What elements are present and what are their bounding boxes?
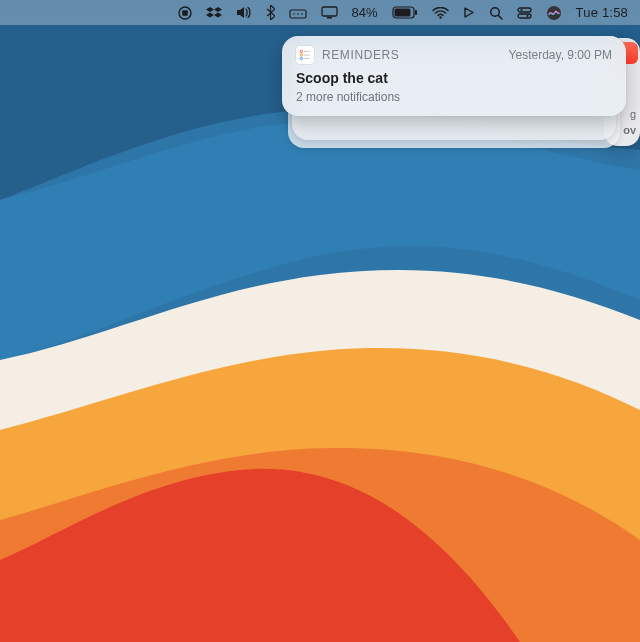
bluetooth-icon[interactable]	[266, 0, 275, 25]
svg-rect-17	[518, 14, 531, 18]
svg-point-22	[300, 54, 302, 56]
battery-icon[interactable]	[392, 0, 418, 25]
notification-header: REMINDERS Yesterday, 9:00 PM	[296, 46, 612, 64]
svg-rect-23	[304, 55, 310, 56]
desktop: g ov 84%	[0, 0, 640, 642]
svg-rect-15	[518, 8, 531, 12]
svg-rect-25	[304, 58, 310, 59]
menu-bar-clock[interactable]: Tue 1:58	[576, 0, 628, 25]
keyboard-brightness-icon[interactable]	[289, 0, 307, 25]
svg-rect-7	[322, 7, 337, 16]
screen-record-icon[interactable]	[178, 0, 192, 25]
notification-timestamp: Yesterday, 9:00 PM	[509, 48, 612, 62]
siri-icon[interactable]	[546, 0, 562, 25]
svg-point-4	[293, 13, 295, 15]
widget-peek-text-1: g	[630, 108, 636, 120]
svg-rect-8	[327, 17, 332, 19]
svg-rect-11	[415, 10, 417, 15]
control-center-icon[interactable]	[517, 0, 532, 25]
volume-icon[interactable]	[236, 0, 252, 25]
widget-peek-text-2: ov	[623, 124, 636, 136]
notification-stack[interactable]: REMINDERS Yesterday, 9:00 PM Scoop the c…	[282, 36, 626, 116]
notification-app-name: REMINDERS	[322, 48, 399, 62]
svg-rect-21	[304, 51, 310, 52]
svg-point-6	[301, 13, 303, 15]
now-playing-icon[interactable]	[463, 0, 475, 25]
svg-line-14	[498, 15, 502, 19]
wifi-icon[interactable]	[432, 0, 449, 25]
svg-rect-10	[394, 9, 410, 17]
svg-point-5	[297, 13, 299, 15]
svg-point-18	[526, 14, 528, 16]
battery-percent-label: 84%	[352, 0, 378, 25]
display-icon[interactable]	[321, 0, 338, 25]
svg-point-12	[439, 16, 441, 18]
notification-subtitle: 2 more notifications	[296, 90, 612, 104]
menu-bar: 84% Tue 1:58	[0, 0, 640, 25]
spotlight-icon[interactable]	[489, 0, 503, 25]
dropbox-icon[interactable]	[206, 0, 222, 25]
notification-title: Scoop the cat	[296, 70, 612, 86]
svg-point-16	[520, 8, 522, 10]
svg-rect-2	[182, 10, 188, 16]
svg-point-24	[300, 57, 302, 59]
reminders-app-icon	[296, 46, 314, 64]
svg-point-20	[300, 50, 302, 52]
notification-card[interactable]: REMINDERS Yesterday, 9:00 PM Scoop the c…	[282, 36, 626, 116]
